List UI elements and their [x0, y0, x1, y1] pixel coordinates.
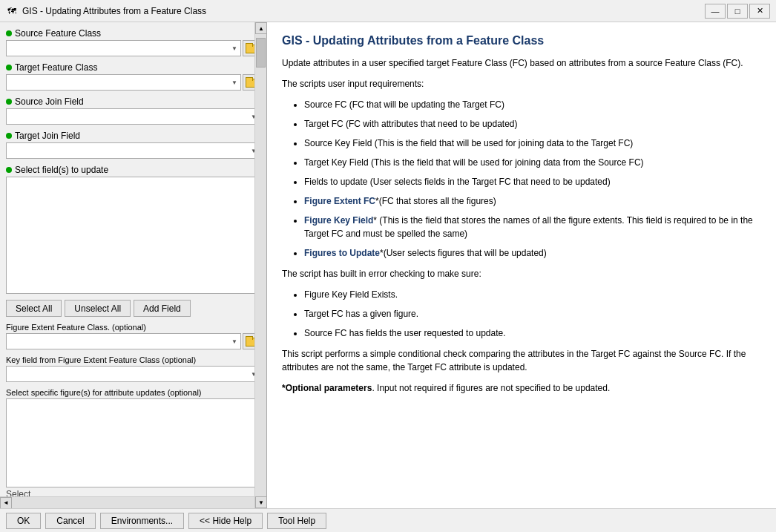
- target-feature-class-group: Target Feature Class ▼: [6, 62, 260, 91]
- figures-update-bold: Figures to Update: [304, 248, 380, 258]
- figure-extent-group: Figure Extent Feature Class. (optional) …: [6, 323, 260, 349]
- select-indicator: Select: [6, 489, 260, 496]
- list-item-2: Target FC (FC with attributes that need …: [304, 117, 761, 131]
- select-figures-label: Select specific figure(s) for attribute …: [6, 388, 260, 397]
- maximize-button[interactable]: □: [727, 4, 748, 19]
- figure-key-bold: Figure Key Field: [304, 215, 373, 226]
- target-join-input-row: ▼: [6, 142, 260, 159]
- h-scroll-track[interactable]: [12, 497, 254, 509]
- left-horizontal-scrollbar[interactable]: ◄ ►: [0, 496, 266, 508]
- select-fields-label: Select field(s) to update: [6, 165, 260, 175]
- add-field-button[interactable]: Add Field: [134, 300, 191, 317]
- scroll-thumb[interactable]: [256, 38, 266, 68]
- left-panel: Source Feature Class ▼ Target Feature C: [0, 22, 267, 508]
- bottom-bar: OK Cancel Environments... << Hide Help T…: [0, 508, 776, 532]
- target-fc-input-row: ▼: [6, 74, 260, 91]
- scroll-track[interactable]: [255, 34, 266, 496]
- left-scroll-area: Source Feature Class ▼ Target Feature C: [0, 22, 266, 496]
- scroll-down-button[interactable]: ▼: [255, 496, 267, 508]
- figure-extent-label: Figure Extent Feature Class. (optional): [6, 323, 260, 332]
- figure-extent-dropdown[interactable]: ▼: [6, 333, 241, 349]
- select-fields-listbox[interactable]: [6, 177, 260, 294]
- list-item-1: Source FC (FC that will be updating the …: [304, 98, 761, 111]
- key-field-group: Key field from Figure Extent Feature Cla…: [6, 355, 260, 382]
- cancel-button[interactable]: Cancel: [45, 513, 95, 529]
- list-item-7: Figure Key Field* (This is the field tha…: [304, 214, 761, 240]
- error-check-intro: The script has built in error checking t…: [282, 267, 761, 280]
- error-check-list: Figure Key Field Exists. Target FC has a…: [282, 288, 761, 340]
- app-icon: 🗺: [6, 5, 18, 17]
- source-join-dot: [6, 99, 12, 105]
- window-controls: — □ ✕: [705, 4, 770, 19]
- source-fc-arrow-icon: ▼: [231, 45, 237, 52]
- target-fc-arrow-icon: ▼: [231, 79, 237, 86]
- list-item-8: Figures to Update*(User selects figures …: [304, 246, 761, 260]
- list-item-6: Figure Extent FC*(FC that stores all the…: [304, 194, 761, 208]
- optional-rest: . Input not required if figures are not …: [372, 383, 610, 393]
- optional-parameters-label: Optional parameters: [286, 383, 372, 393]
- optional-note: *Optional parameters. Input not required…: [282, 381, 761, 395]
- field-buttons-row: Select All Unselect All Add Field: [6, 300, 260, 317]
- select-fields-group: Select field(s) to update: [6, 165, 260, 294]
- help-title: GIS - Updating Attributes from a Feature…: [282, 34, 761, 47]
- title-bar: 🗺 GIS - Updating Attributes from a Featu…: [0, 0, 776, 22]
- unselect-all-button[interactable]: Unselect All: [65, 300, 131, 317]
- source-feature-class-group: Source Feature Class ▼: [6, 28, 260, 56]
- scroll-up-button[interactable]: ▲: [255, 22, 267, 34]
- close-button[interactable]: ✕: [749, 4, 770, 19]
- target-join-field-label: Target Join Field: [6, 131, 260, 141]
- tool-help-button[interactable]: Tool Help: [267, 513, 326, 529]
- select-fields-dot: [6, 167, 12, 173]
- hide-help-button[interactable]: << Hide Help: [188, 513, 263, 529]
- key-field-label: Key field from Figure Extent Feature Cla…: [6, 355, 260, 364]
- source-fc-dot: [6, 30, 12, 36]
- scroll-left-button[interactable]: ◄: [0, 497, 12, 509]
- select-all-button[interactable]: Select All: [6, 300, 62, 317]
- source-join-field-label: Source Join Field: [6, 96, 260, 107]
- error-item-3: Source FC has fields the user requested …: [304, 326, 761, 340]
- source-join-dropdown[interactable]: ▼: [6, 108, 260, 125]
- environments-button[interactable]: Environments...: [100, 513, 184, 529]
- figure-extent-arrow-icon: ▼: [231, 338, 237, 345]
- figure-extent-bold: Figure Extent FC: [304, 196, 375, 206]
- key-field-dropdown[interactable]: ▼: [6, 366, 260, 382]
- help-intro2: The scripts user input requirements:: [282, 77, 761, 91]
- list-item-4: Target Key Field (This is the field that…: [304, 156, 761, 169]
- list-item-3: Source Key Field (This is the field that…: [304, 137, 761, 150]
- ok-button[interactable]: OK: [6, 513, 41, 529]
- source-fc-input-row: ▼: [6, 40, 260, 56]
- error-item-1: Figure Key Field Exists.: [304, 288, 761, 301]
- right-panel: GIS - Updating Attributes from a Feature…: [267, 22, 776, 508]
- source-join-field-group: Source Join Field ▼: [6, 96, 260, 125]
- source-fc-dropdown[interactable]: ▼: [6, 40, 241, 56]
- list-item-5: Fields to update (User selects fields in…: [304, 175, 761, 188]
- target-fc-dropdown[interactable]: ▼: [6, 74, 241, 91]
- source-feature-class-label: Source Feature Class: [6, 28, 260, 39]
- key-field-input-row: ▼: [6, 366, 260, 382]
- minimize-button[interactable]: —: [705, 4, 726, 19]
- figure-extent-input-row: ▼: [6, 333, 260, 349]
- script-note: This script performs a simple conditiona…: [282, 347, 761, 374]
- target-join-dot: [6, 133, 12, 139]
- left-vertical-scrollbar[interactable]: ▲ ▼: [254, 22, 266, 508]
- requirements-list: Source FC (FC that will be updating the …: [282, 98, 761, 260]
- target-join-dropdown[interactable]: ▼: [6, 142, 260, 159]
- select-figures-listbox[interactable]: [6, 398, 260, 487]
- target-join-field-group: Target Join Field ▼: [6, 131, 260, 159]
- source-join-input-row: ▼: [6, 108, 260, 125]
- window-title: GIS - Updating Attributes from a Feature…: [22, 6, 206, 16]
- target-fc-dot: [6, 65, 12, 70]
- select-figures-group: Select specific figure(s) for attribute …: [6, 388, 260, 496]
- target-feature-class-label: Target Feature Class: [6, 62, 260, 73]
- error-item-2: Target FC has a given figure.: [304, 307, 761, 321]
- main-container: Source Feature Class ▼ Target Feature C: [0, 22, 776, 508]
- help-intro1: Update attributes in a user specified ta…: [282, 56, 761, 70]
